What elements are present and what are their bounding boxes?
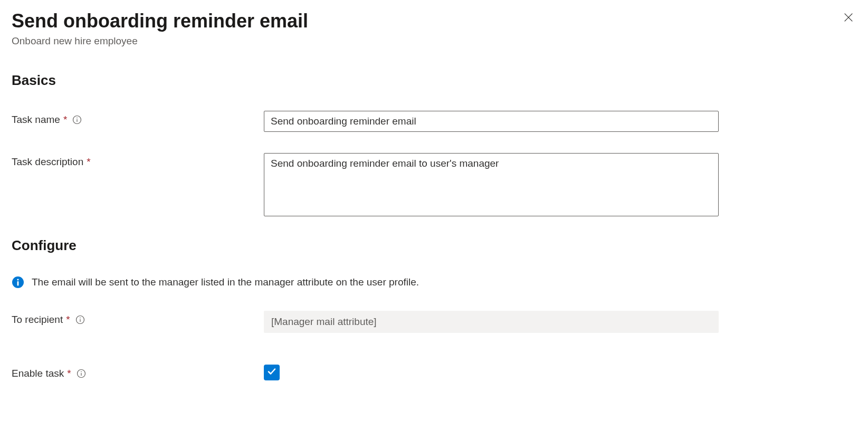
to-recipient-label-text: To recipient — [12, 314, 63, 326]
enable-task-checkbox[interactable] — [264, 365, 280, 380]
enable-task-label-text: Enable task — [12, 368, 64, 379]
check-icon — [266, 366, 277, 379]
svg-point-6 — [17, 279, 18, 281]
configure-heading: Configure — [12, 237, 856, 254]
task-description-label-text: Task description — [12, 156, 83, 168]
required-marker: * — [87, 156, 90, 168]
required-marker: * — [63, 114, 67, 126]
close-button[interactable] — [841, 9, 856, 27]
svg-point-12 — [81, 371, 82, 372]
basics-heading: Basics — [12, 72, 856, 89]
info-icon[interactable] — [77, 369, 86, 378]
task-name-label: Task name * — [12, 111, 264, 126]
required-marker: * — [67, 368, 71, 379]
enable-task-label: Enable task * — [12, 365, 264, 379]
info-icon[interactable] — [72, 115, 82, 125]
info-icon[interactable] — [75, 315, 85, 324]
svg-rect-7 — [17, 281, 19, 286]
to-recipient-label: To recipient * — [12, 311, 264, 326]
info-banner: The email will be sent to the manager li… — [12, 276, 856, 289]
required-marker: * — [66, 314, 70, 326]
task-description-label: Task description * — [12, 153, 264, 168]
task-name-input[interactable] — [264, 111, 719, 132]
task-description-input[interactable] — [264, 153, 719, 216]
page-subtitle: Onboard new hire employee — [12, 35, 308, 47]
page-title: Send onboarding reminder email — [12, 9, 308, 32]
task-name-label-text: Task name — [12, 114, 60, 126]
info-banner-text: The email will be sent to the manager li… — [32, 276, 419, 288]
close-icon — [843, 12, 854, 25]
svg-point-3 — [77, 118, 78, 119]
info-filled-icon — [12, 276, 24, 289]
to-recipient-input — [264, 311, 719, 333]
svg-point-9 — [80, 318, 81, 319]
